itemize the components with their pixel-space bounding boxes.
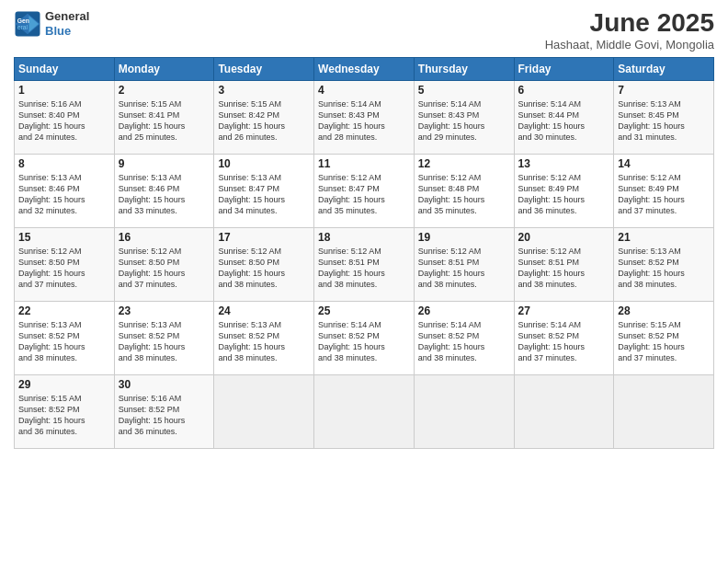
day-number: 26	[418, 304, 510, 317]
table-row: 9 Sunrise: 5:13 AM Sunset: 8:46 PM Dayli…	[114, 154, 214, 227]
table-row: 20 Sunrise: 5:12 AM Sunset: 8:51 PM Dayl…	[514, 227, 614, 301]
day-info: Sunrise: 5:12 AM Sunset: 8:51 PM Dayligh…	[318, 246, 410, 291]
day-info: Sunrise: 5:14 AM Sunset: 8:43 PM Dayligh…	[418, 98, 510, 144]
day-number: 11	[318, 157, 410, 170]
calendar: Sunday Monday Tuesday Wednesday Thursday…	[14, 57, 714, 449]
day-info: Sunrise: 5:14 AM Sunset: 8:52 PM Dayligh…	[518, 319, 610, 364]
table-row: 19 Sunrise: 5:12 AM Sunset: 8:51 PM Dayl…	[414, 227, 514, 301]
logo-line2: Blue	[45, 24, 89, 39]
table-row: 4 Sunrise: 5:14 AM Sunset: 8:43 PM Dayli…	[314, 80, 415, 154]
table-row: 30 Sunrise: 5:16 AM Sunset: 8:52 PM Dayl…	[114, 374, 214, 448]
table-row: 22 Sunrise: 5:13 AM Sunset: 8:52 PM Dayl…	[15, 301, 115, 374]
day-info: Sunrise: 5:13 AM Sunset: 8:52 PM Dayligh…	[119, 319, 210, 364]
table-row: 3 Sunrise: 5:15 AM Sunset: 8:42 PM Dayli…	[214, 80, 314, 154]
calendar-header-row: Sunday Monday Tuesday Wednesday Thursday…	[15, 57, 714, 80]
day-info: Sunrise: 5:12 AM Sunset: 8:50 PM Dayligh…	[119, 246, 210, 291]
day-info: Sunrise: 5:12 AM Sunset: 8:50 PM Dayligh…	[18, 246, 110, 291]
day-number: 23	[119, 304, 210, 317]
day-info: Sunrise: 5:15 AM Sunset: 8:41 PM Dayligh…	[119, 98, 210, 144]
table-row: 5 Sunrise: 5:14 AM Sunset: 8:43 PM Dayli…	[414, 80, 514, 154]
table-row: 23 Sunrise: 5:13 AM Sunset: 8:52 PM Dayl…	[114, 301, 214, 374]
day-number: 21	[618, 231, 710, 244]
table-row	[214, 374, 314, 448]
day-info: Sunrise: 5:13 AM Sunset: 8:46 PM Dayligh…	[18, 172, 110, 217]
day-info: Sunrise: 5:12 AM Sunset: 8:47 PM Dayligh…	[318, 172, 410, 217]
calendar-week-2: 8 Sunrise: 5:13 AM Sunset: 8:46 PM Dayli…	[15, 154, 714, 227]
col-monday: Monday	[114, 57, 214, 80]
day-number: 3	[218, 84, 310, 97]
day-number: 10	[218, 157, 310, 170]
title-section: June 2025 Hashaat, Middle Govi, Mongolia	[545, 9, 714, 52]
page: Gen eral General Blue June 2025 Hashaat,…	[0, 0, 728, 563]
day-info: Sunrise: 5:14 AM Sunset: 8:52 PM Dayligh…	[318, 319, 410, 364]
table-row	[514, 374, 614, 448]
calendar-week-3: 15 Sunrise: 5:12 AM Sunset: 8:50 PM Dayl…	[15, 227, 714, 301]
day-info: Sunrise: 5:14 AM Sunset: 8:44 PM Dayligh…	[518, 98, 610, 144]
day-number: 27	[518, 304, 610, 317]
day-number: 28	[618, 304, 710, 317]
day-number: 16	[119, 231, 210, 244]
day-info: Sunrise: 5:12 AM Sunset: 8:51 PM Dayligh…	[418, 246, 510, 291]
logo-text: General Blue	[45, 9, 89, 38]
table-row: 21 Sunrise: 5:13 AM Sunset: 8:52 PM Dayl…	[614, 227, 714, 301]
table-row: 10 Sunrise: 5:13 AM Sunset: 8:47 PM Dayl…	[214, 154, 314, 227]
day-number: 6	[518, 84, 610, 97]
day-number: 5	[418, 84, 510, 97]
day-number: 12	[418, 157, 510, 170]
day-info: Sunrise: 5:12 AM Sunset: 8:48 PM Dayligh…	[418, 172, 510, 217]
logo: Gen eral General Blue	[14, 9, 89, 38]
day-info: Sunrise: 5:14 AM Sunset: 8:43 PM Dayligh…	[318, 98, 410, 144]
table-row: 24 Sunrise: 5:13 AM Sunset: 8:52 PM Dayl…	[214, 301, 314, 374]
subtitle: Hashaat, Middle Govi, Mongolia	[545, 38, 714, 52]
day-number: 29	[18, 378, 110, 391]
day-number: 25	[318, 304, 410, 317]
table-row: 26 Sunrise: 5:14 AM Sunset: 8:52 PM Dayl…	[414, 301, 514, 374]
day-number: 19	[418, 231, 510, 244]
table-row	[314, 374, 415, 448]
day-info: Sunrise: 5:12 AM Sunset: 8:49 PM Dayligh…	[618, 172, 710, 217]
day-info: Sunrise: 5:13 AM Sunset: 8:46 PM Dayligh…	[119, 172, 210, 217]
table-row: 17 Sunrise: 5:12 AM Sunset: 8:50 PM Dayl…	[214, 227, 314, 301]
table-row: 16 Sunrise: 5:12 AM Sunset: 8:50 PM Dayl…	[114, 227, 214, 301]
col-thursday: Thursday	[414, 57, 514, 80]
month-title: June 2025	[545, 9, 714, 38]
svg-text:eral: eral	[17, 24, 28, 30]
table-row: 8 Sunrise: 5:13 AM Sunset: 8:46 PM Dayli…	[15, 154, 115, 227]
col-wednesday: Wednesday	[314, 57, 415, 80]
logo-icon: Gen eral	[14, 10, 41, 38]
svg-text:Gen: Gen	[17, 17, 29, 23]
day-number: 4	[318, 84, 410, 97]
table-row: 25 Sunrise: 5:14 AM Sunset: 8:52 PM Dayl…	[314, 301, 415, 374]
table-row	[414, 374, 514, 448]
day-info: Sunrise: 5:15 AM Sunset: 8:42 PM Dayligh…	[218, 98, 310, 144]
col-sunday: Sunday	[15, 57, 115, 80]
day-info: Sunrise: 5:13 AM Sunset: 8:52 PM Dayligh…	[218, 319, 310, 364]
table-row: 18 Sunrise: 5:12 AM Sunset: 8:51 PM Dayl…	[314, 227, 415, 301]
col-friday: Friday	[514, 57, 614, 80]
day-number: 18	[318, 231, 410, 244]
table-row: 27 Sunrise: 5:14 AM Sunset: 8:52 PM Dayl…	[514, 301, 614, 374]
day-info: Sunrise: 5:12 AM Sunset: 8:50 PM Dayligh…	[218, 246, 310, 291]
day-info: Sunrise: 5:15 AM Sunset: 8:52 PM Dayligh…	[618, 319, 710, 364]
col-saturday: Saturday	[614, 57, 714, 80]
day-info: Sunrise: 5:12 AM Sunset: 8:51 PM Dayligh…	[518, 246, 610, 291]
day-number: 30	[119, 378, 210, 391]
day-number: 9	[119, 157, 210, 170]
day-number: 17	[218, 231, 310, 244]
table-row: 7 Sunrise: 5:13 AM Sunset: 8:45 PM Dayli…	[614, 80, 714, 154]
table-row: 1 Sunrise: 5:16 AM Sunset: 8:40 PM Dayli…	[15, 80, 115, 154]
calendar-week-4: 22 Sunrise: 5:13 AM Sunset: 8:52 PM Dayl…	[15, 301, 714, 374]
table-row: 6 Sunrise: 5:14 AM Sunset: 8:44 PM Dayli…	[514, 80, 614, 154]
day-info: Sunrise: 5:16 AM Sunset: 8:40 PM Dayligh…	[18, 98, 110, 144]
day-info: Sunrise: 5:16 AM Sunset: 8:52 PM Dayligh…	[119, 393, 210, 438]
day-number: 14	[618, 157, 710, 170]
day-info: Sunrise: 5:13 AM Sunset: 8:47 PM Dayligh…	[218, 172, 310, 217]
table-row: 15 Sunrise: 5:12 AM Sunset: 8:50 PM Dayl…	[15, 227, 115, 301]
day-number: 1	[18, 84, 110, 97]
col-tuesday: Tuesday	[214, 57, 314, 80]
day-info: Sunrise: 5:13 AM Sunset: 8:45 PM Dayligh…	[618, 98, 710, 144]
day-number: 2	[119, 84, 210, 97]
day-info: Sunrise: 5:13 AM Sunset: 8:52 PM Dayligh…	[18, 319, 110, 364]
calendar-week-5: 29 Sunrise: 5:15 AM Sunset: 8:52 PM Dayl…	[15, 374, 714, 448]
day-number: 13	[518, 157, 610, 170]
